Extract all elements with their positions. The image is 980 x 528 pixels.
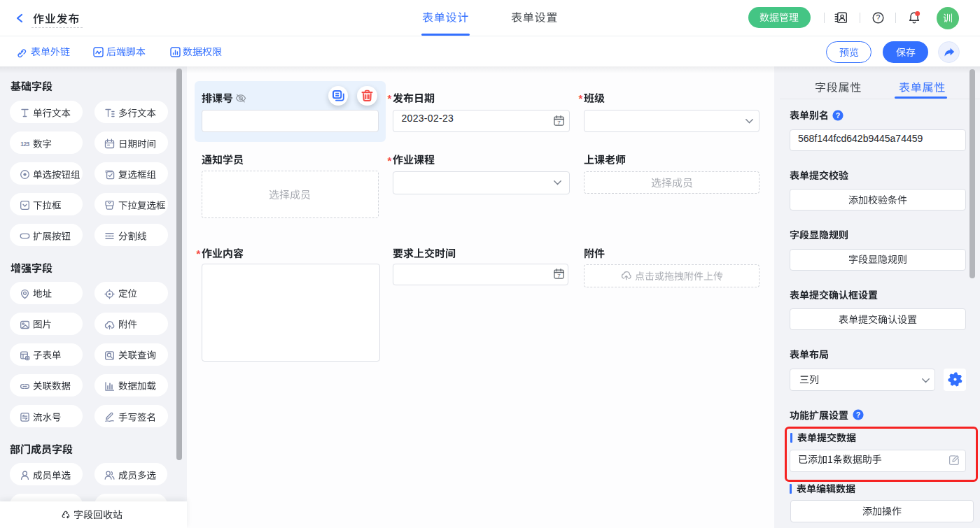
- svg-text:7: 7: [557, 273, 561, 279]
- svg-text:?: ?: [836, 110, 840, 119]
- svg-text:123: 123: [20, 141, 29, 148]
- svg-text:?: ?: [856, 411, 860, 419]
- svg-text:?: ?: [876, 13, 881, 22]
- svg-text:7: 7: [557, 120, 561, 126]
